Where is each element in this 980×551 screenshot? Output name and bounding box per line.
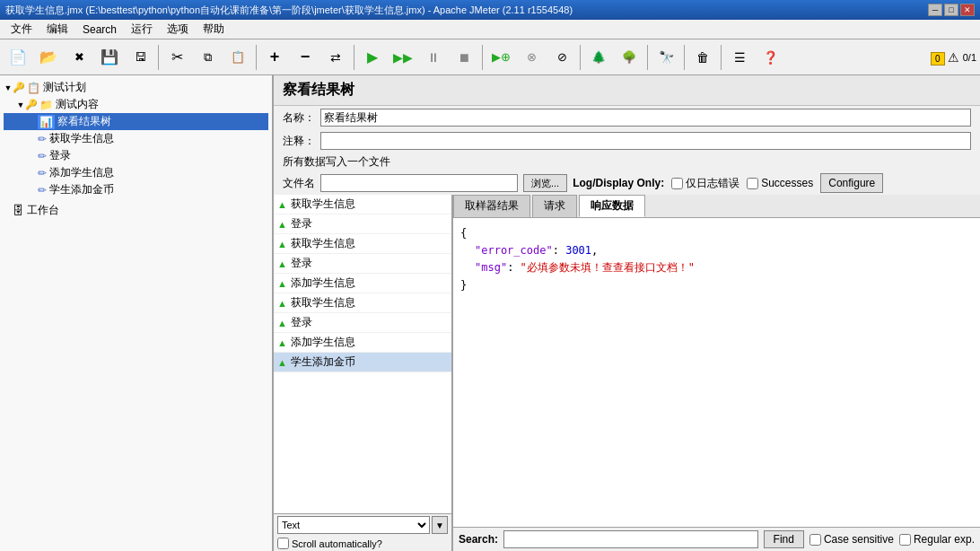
template2-btn[interactable]: 🌳 <box>615 43 643 72</box>
copy-btn[interactable]: ⧉ <box>193 43 222 72</box>
menu-options[interactable]: 选项 <box>160 20 196 39</box>
comment-input[interactable] <box>320 132 971 150</box>
cut-btn[interactable]: ✂ <box>162 43 191 72</box>
scroll-auto-label: Scroll automatically? <box>292 538 382 549</box>
add-btn[interactable]: + <box>260 43 289 72</box>
successes-label: Successes <box>761 177 813 189</box>
move-btn[interactable]: ⇄ <box>321 43 350 72</box>
tab-request[interactable]: 请求 <box>532 195 577 217</box>
maximize-button[interactable]: □ <box>944 4 958 16</box>
tree-item-test-plan[interactable]: ▼ 🔑 📋 测试计划 <box>4 79 268 96</box>
list-item-2[interactable]: ▲ 获取学生信息 <box>274 234 451 254</box>
workbench-icon: 🗄 <box>13 204 24 217</box>
tree-item-test-content[interactable]: ▼ 🔑 📁 测试内容 <box>4 96 268 113</box>
close-button[interactable]: ✕ <box>960 4 975 16</box>
save-btn[interactable]: 💾 <box>95 43 124 72</box>
log-error-check[interactable]: 仅日志错误 <box>671 176 739 191</box>
tabs-bar: 取样器结果 请求 响应数据 <box>453 195 980 218</box>
list-item-1[interactable]: ▲ 登录 <box>274 214 451 234</box>
configure-button[interactable]: Configure <box>820 173 883 193</box>
name-input[interactable] <box>320 109 971 127</box>
comment-label: 注释： <box>283 134 315 149</box>
stop-btn[interactable]: ⏸ <box>419 43 448 72</box>
list-item-5[interactable]: ▲ 获取学生信息 <box>274 293 451 313</box>
sep4 <box>482 45 483 70</box>
template-btn[interactable]: 🌲 <box>584 43 613 72</box>
run-btn[interactable]: ▶ <box>358 43 387 72</box>
expand-icon: ▼ <box>4 83 13 92</box>
status-icon-1: ▲ <box>277 219 287 230</box>
file-note-section: 所有数据写入一个文件 <box>274 153 980 171</box>
paste-btn[interactable]: 📋 <box>223 43 252 72</box>
dropdown-arrow[interactable]: ▼ <box>432 516 448 534</box>
binoculars-btn[interactable]: 🔭 <box>652 43 680 72</box>
list-item-6[interactable]: ▲ 登录 <box>274 313 451 333</box>
successes-checkbox[interactable] <box>747 178 758 189</box>
list-label-7: 添加学生信息 <box>291 335 355 350</box>
list-content: ▲ 获取学生信息 ▲ 登录 ▲ 获取学生信息 ▲ 登录 <box>274 195 451 513</box>
list-btn[interactable]: ☰ <box>725 43 754 72</box>
sep5 <box>580 45 581 70</box>
tree-item-view-results[interactable]: 📊 察看结果树 <box>4 113 268 130</box>
tree-item-get-student[interactable]: ✏ 获取学生信息 <box>4 130 268 147</box>
tab-sampler-result[interactable]: 取样器结果 <box>453 195 530 217</box>
new-btn[interactable]: 📄 <box>4 43 32 72</box>
status-icon-4: ▲ <box>277 278 287 289</box>
successes-check[interactable]: Successes <box>747 177 813 189</box>
plan-icon: 📋 <box>27 82 40 94</box>
save-as-btn[interactable]: 🖫 <box>126 43 154 72</box>
warning-count: 0 <box>931 52 945 66</box>
log-display-label: Log/Display Only: <box>573 177 664 189</box>
regex-check[interactable]: Regular exp. <box>899 533 975 546</box>
tree-results-label: 察看结果树 <box>57 114 111 129</box>
find-button[interactable]: Find <box>764 530 804 548</box>
minimize-button[interactable]: ─ <box>928 4 942 16</box>
open-btn[interactable]: 📂 <box>34 43 63 72</box>
browse-button[interactable]: 浏览... <box>523 174 567 192</box>
menu-search[interactable]: Search <box>75 22 124 38</box>
list-label-2: 获取学生信息 <box>291 236 355 251</box>
format-dropdown[interactable]: Text <box>277 516 430 534</box>
list-item-3[interactable]: ▲ 登录 <box>274 254 451 274</box>
stop-all-btn[interactable]: ⏹ <box>450 43 478 72</box>
list-item-4[interactable]: ▲ 添加学生信息 <box>274 274 451 293</box>
panel-title: 察看结果树 <box>274 75 980 106</box>
file-label: 文件名 <box>283 176 315 191</box>
menu-run[interactable]: 运行 <box>124 20 160 39</box>
remote-stop-btn[interactable]: ⊗ <box>517 43 546 72</box>
tree-item-login[interactable]: ✏ 登录 <box>4 147 268 164</box>
tab-response-data[interactable]: 响应数据 <box>579 195 645 217</box>
list-label-4: 添加学生信息 <box>291 276 355 291</box>
tree-item-add-coins[interactable]: ✏ 学生添加金币 <box>4 181 268 198</box>
close-file-btn[interactable]: ✖ <box>65 43 93 72</box>
help-btn[interactable]: ❓ <box>756 43 784 72</box>
remove-btn[interactable]: − <box>291 43 319 72</box>
scroll-auto-checkbox[interactable] <box>277 538 289 549</box>
tree-item-add-student[interactable]: ✏ 添加学生信息 <box>4 164 268 181</box>
list-item-0[interactable]: ▲ 获取学生信息 <box>274 195 451 214</box>
regex-checkbox[interactable] <box>899 534 911 546</box>
remote-clear-btn[interactable]: ⊘ <box>547 43 576 72</box>
file-input[interactable] <box>320 174 518 192</box>
menu-file[interactable]: 文件 <box>4 20 39 39</box>
file-row: 文件名 浏览... Log/Display Only: 仅日志错误 Succes… <box>274 171 980 195</box>
sep7 <box>684 45 685 70</box>
list-item-7[interactable]: ▲ 添加学生信息 <box>274 333 451 353</box>
tree-item-workbench[interactable]: 🗄 工作台 <box>4 202 268 219</box>
remote-start-btn[interactable]: ▶⊕ <box>486 43 515 72</box>
menu-help[interactable]: 帮助 <box>196 20 232 39</box>
http-icon4: ✏ <box>38 184 47 197</box>
sep3 <box>354 45 354 70</box>
case-sensitive-check[interactable]: Case sensitive <box>809 533 894 546</box>
log-error-checkbox[interactable] <box>671 178 683 189</box>
list-item-8[interactable]: ▲ 学生添加金币 <box>274 353 451 372</box>
key-icon2: 🔑 <box>25 99 38 110</box>
clear-btn[interactable]: 🗑 <box>688 43 717 72</box>
menu-edit[interactable]: 编辑 <box>39 20 75 39</box>
search-input[interactable] <box>503 530 758 548</box>
case-sensitive-label: Case sensitive <box>824 533 894 546</box>
toolbar: 📄 📂 ✖ 💾 🖫 ✂ ⧉ 📋 + − ⇄ ▶ ▶▶ ⏸ ⏹ ▶⊕ ⊗ ⊘ 🌲 … <box>0 39 980 75</box>
chart-icon: 📊 <box>38 115 55 129</box>
case-sensitive-checkbox[interactable] <box>809 534 821 546</box>
run-all-btn[interactable]: ▶▶ <box>389 43 417 72</box>
